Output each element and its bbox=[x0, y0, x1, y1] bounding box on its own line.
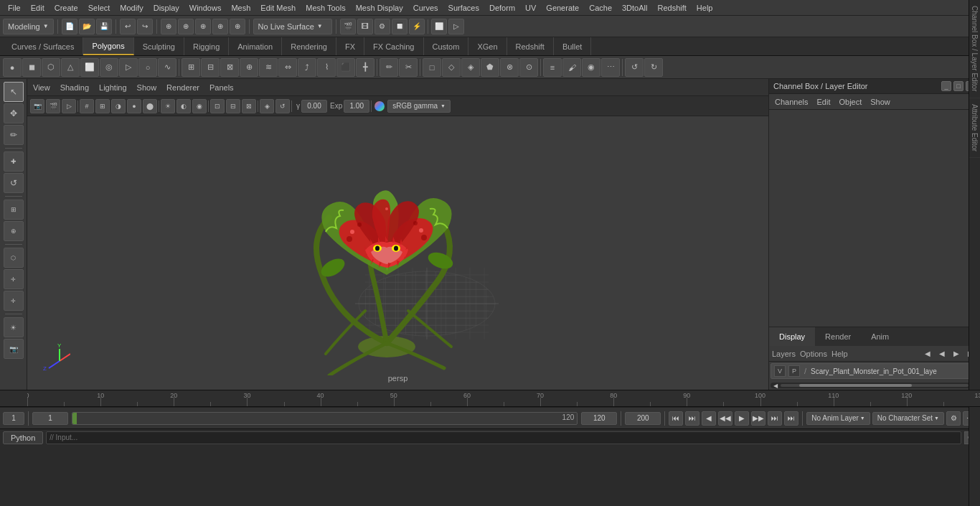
multi-tool[interactable]: ✚ bbox=[4, 151, 24, 172]
snap1-btn[interactable]: ⊕ bbox=[161, 19, 176, 34]
cb-show-menu[interactable]: Show bbox=[867, 97, 893, 107]
wf-tab-polygons[interactable]: Polygons bbox=[83, 37, 133, 55]
vp-menu-view[interactable]: View bbox=[30, 83, 53, 93]
render2-btn[interactable]: 🎞 bbox=[357, 19, 373, 34]
menu-surfaces[interactable]: Surfaces bbox=[443, 2, 484, 14]
render3-btn[interactable]: ⚙ bbox=[374, 19, 390, 34]
gamma-input[interactable] bbox=[301, 100, 327, 113]
range-end-input[interactable] bbox=[581, 412, 617, 425]
snap3-btn[interactable]: ⊕ bbox=[195, 19, 211, 34]
current-frame-input[interactable] bbox=[3, 412, 24, 425]
transport-next-btn[interactable]: ▶▶ bbox=[751, 411, 765, 426]
shelf-circularize[interactable]: ⊙ bbox=[519, 58, 538, 77]
shelf-wedge[interactable]: ⬟ bbox=[481, 58, 499, 77]
select-tool[interactable]: ↖ bbox=[4, 82, 24, 102]
light-tool[interactable]: ☀ bbox=[4, 317, 24, 337]
live-surface-btn[interactable]: No Live Surface ▼ bbox=[253, 19, 332, 34]
colorspace-dropdown[interactable]: sRGB gamma ▼ bbox=[387, 100, 451, 113]
shelf-pipe[interactable]: ○ bbox=[138, 58, 157, 77]
cb-minimize-btn[interactable]: _ bbox=[941, 81, 951, 91]
shelf-deform2[interactable]: ↻ bbox=[644, 58, 663, 77]
shelf-cylinder[interactable]: ⬡ bbox=[42, 58, 60, 77]
shelf-sculpt[interactable]: ◉ bbox=[582, 58, 600, 77]
vi-lights-btn[interactable]: ☀ bbox=[161, 99, 175, 113]
menu-cache[interactable]: Cache bbox=[584, 2, 617, 14]
vi-display1-btn[interactable]: ⊡ bbox=[210, 99, 225, 113]
cb-scrollbar[interactable]: ◀ ▶ bbox=[771, 383, 979, 388]
shelf-poke[interactable]: ⊗ bbox=[500, 58, 519, 77]
wf-tab-custom[interactable]: Custom bbox=[424, 37, 469, 55]
no-anim-layer-dropdown[interactable]: No Anim Layer ▼ bbox=[806, 412, 870, 425]
wf-tab-rigging[interactable]: Rigging bbox=[184, 37, 229, 55]
rs-tab-channel-box[interactable]: Channel Box / Layer Editor bbox=[969, 0, 980, 98]
layer-visibility-btn[interactable]: V bbox=[774, 365, 786, 377]
wf-tab-fx[interactable]: FX bbox=[336, 37, 364, 55]
shelf-prism[interactable]: ▷ bbox=[119, 58, 138, 77]
cb-object-menu[interactable]: Object bbox=[836, 97, 864, 107]
vi-refresh-btn[interactable]: ↺ bbox=[275, 99, 290, 113]
undo-btn[interactable]: ↩ bbox=[120, 19, 136, 34]
component3[interactable]: ✛ bbox=[4, 291, 24, 311]
wf-tab-fx-caching[interactable]: FX Caching bbox=[364, 37, 423, 55]
command-input[interactable] bbox=[46, 431, 961, 444]
shelf-fill[interactable]: ⬛ bbox=[336, 58, 355, 77]
viewport-content[interactable]: 📷 🎬 ▷ # ⊞ ◑ ● ⬤ ☀ ◐ ◉ ⊡ ⊟ ⊠ ◈ ↺ bbox=[27, 96, 768, 390]
shelf-helix[interactable]: ∿ bbox=[158, 58, 176, 77]
wf-tab-bullet[interactable]: Bullet bbox=[554, 37, 592, 55]
vp-menu-lighting[interactable]: Lighting bbox=[96, 83, 130, 93]
vi-shaded2-btn[interactable]: ● bbox=[127, 99, 141, 113]
python-tab[interactable]: Python bbox=[3, 431, 43, 444]
menu-deform[interactable]: Deform bbox=[484, 2, 520, 14]
shelf-paint[interactable]: 🖌 bbox=[562, 58, 581, 77]
wf-tab-xgen[interactable]: XGen bbox=[468, 37, 507, 55]
max-range-input[interactable] bbox=[625, 412, 661, 425]
shelf-separate[interactable]: ⊟ bbox=[201, 58, 220, 77]
snap-tool[interactable]: ⊞ bbox=[4, 200, 24, 220]
cb-edit-menu[interactable]: Edit bbox=[814, 97, 833, 107]
wf-tab-rendering[interactable]: Rendering bbox=[282, 37, 336, 55]
exposure-input[interactable] bbox=[344, 100, 369, 113]
cb-maximize-btn[interactable]: □ bbox=[953, 81, 963, 91]
component2[interactable]: ✛ bbox=[4, 269, 24, 289]
shelf-deform1[interactable]: ↺ bbox=[625, 58, 644, 77]
new-btn[interactable]: 📄 bbox=[62, 19, 77, 34]
no-character-set-dropdown[interactable]: No Character Set ▼ bbox=[872, 412, 944, 425]
vi-film2-btn[interactable]: ▷ bbox=[62, 99, 76, 113]
layer-prev-btn[interactable]: ◀ bbox=[936, 347, 948, 360]
shelf-extract[interactable]: ⊠ bbox=[220, 58, 239, 77]
wf-tab-sculpting[interactable]: Sculpting bbox=[134, 37, 184, 55]
shelf-combine[interactable]: ⊞ bbox=[182, 58, 200, 77]
snap2-btn[interactable]: ⊕ bbox=[178, 19, 194, 34]
scene-container[interactable]: X Y Z persp bbox=[27, 116, 768, 390]
camera-tool[interactable]: 📷 bbox=[4, 339, 24, 359]
menu-file[interactable]: File bbox=[3, 2, 26, 14]
cb-tab-render[interactable]: Render bbox=[815, 327, 861, 346]
wf-tab-curves-surfaces[interactable]: Curves / Surfaces bbox=[3, 37, 83, 55]
transport-play-back-btn[interactable]: ◀◀ bbox=[718, 411, 732, 426]
menu-edit[interactable]: Edit bbox=[26, 2, 50, 14]
anim-settings-btn[interactable]: ⚙ bbox=[946, 411, 961, 426]
transport-start-btn[interactable]: ⏮ bbox=[669, 411, 683, 426]
menu-edit-mesh[interactable]: Edit Mesh bbox=[255, 2, 301, 14]
render4-btn[interactable]: 🔲 bbox=[392, 19, 407, 34]
menu-modify[interactable]: Modify bbox=[115, 2, 148, 14]
shelf-relax[interactable]: ⋯ bbox=[601, 58, 620, 77]
shelf-cut[interactable]: ✂ bbox=[399, 58, 418, 77]
snap5-btn[interactable]: ⊕ bbox=[230, 19, 245, 34]
menu-select[interactable]: Select bbox=[83, 2, 116, 14]
render1-btn[interactable]: 🎬 bbox=[340, 19, 356, 34]
shelf-bridge[interactable]: ⌇ bbox=[317, 58, 336, 77]
menu-mesh[interactable]: Mesh bbox=[226, 2, 255, 14]
rotate-tool[interactable]: ↺ bbox=[4, 173, 24, 193]
menu-help[interactable]: Help bbox=[692, 2, 718, 14]
transport-play-fwd-btn[interactable]: ▶ bbox=[735, 411, 749, 426]
shelf-crease[interactable]: ≡ bbox=[543, 58, 562, 77]
vi-ao-btn[interactable]: ◉ bbox=[192, 99, 207, 113]
vi-camera-btn[interactable]: 📷 bbox=[30, 99, 44, 113]
cb-tab-display[interactable]: Display bbox=[769, 327, 815, 346]
vp-menu-panels[interactable]: Panels bbox=[207, 83, 237, 93]
component1[interactable]: ⬡ bbox=[4, 248, 24, 268]
wf-tab-redshift[interactable]: Redshift bbox=[507, 37, 554, 55]
wf-tab-animation[interactable]: Animation bbox=[229, 37, 282, 55]
save-btn[interactable]: 💾 bbox=[96, 19, 112, 34]
